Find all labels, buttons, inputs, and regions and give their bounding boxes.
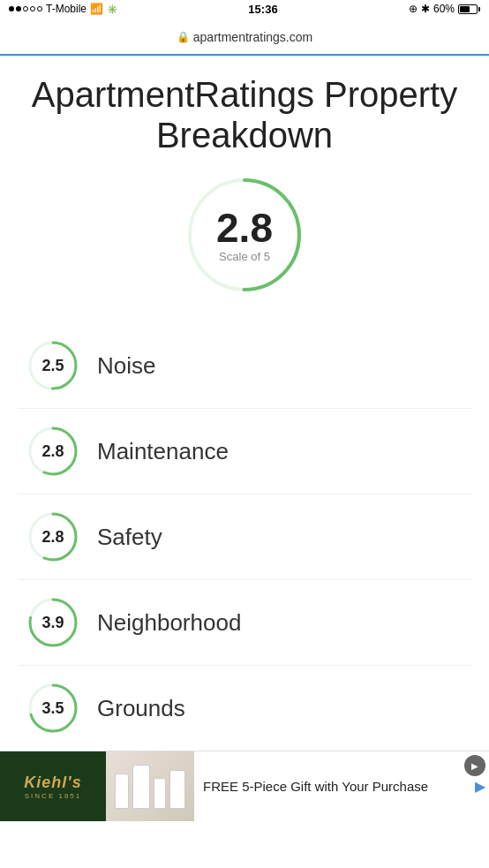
signal-icon: ✳️	[107, 4, 117, 14]
address-bar[interactable]: 🔒 apartmentratings.com	[0, 18, 489, 57]
page-title: ApartmentRatings Property Breakdown	[18, 74, 471, 155]
category-name-safety: Safety	[97, 524, 162, 551]
bluetooth-icon: ✱	[421, 3, 430, 15]
product-bottles	[115, 765, 185, 809]
bottle-4	[169, 770, 185, 809]
ad-brand-section: Kiehl's SINCE 1851	[0, 751, 106, 822]
category-item-noise: 2.5 Noise	[18, 323, 471, 409]
score-value-grounds: 3.5	[41, 699, 64, 718]
overall-score-inner: 2.8 Scale of 5	[216, 208, 273, 263]
overall-score-circle: 2.8 Scale of 5	[183, 173, 306, 297]
overall-score-container: 2.8 Scale of 5	[18, 173, 471, 297]
lock-icon: 🔒	[177, 31, 190, 43]
address-content: 🔒 apartmentratings.com	[177, 30, 312, 44]
main-content: ApartmentRatings Property Breakdown 2.8 …	[0, 57, 489, 751]
page-load-progress	[0, 54, 489, 56]
category-name-noise: Noise	[97, 352, 155, 380]
score-value-neighborhood: 3.9	[41, 614, 64, 632]
status-left: T-Mobile 📶 ✳️	[9, 3, 117, 15]
status-right: ⊕ ✱ 60%	[409, 3, 480, 15]
signal-dot-5	[37, 6, 42, 11]
overall-score-value: 2.8	[216, 208, 273, 248]
url-display: apartmentratings.com	[193, 30, 312, 44]
category-name-neighborhood: Neighborhood	[97, 609, 241, 637]
category-name-maintenance: Maintenance	[97, 438, 229, 465]
ad-headline: FREE 5-Piece Gift with Your Purchase	[203, 779, 428, 794]
ad-text: FREE 5-Piece Gift with Your Purchase	[194, 770, 475, 803]
score-circle-maintenance: 2.8	[26, 425, 79, 478]
score-value-maintenance: 2.8	[41, 442, 64, 461]
score-value-noise: 2.5	[41, 357, 64, 375]
signal-strength	[9, 6, 42, 11]
category-name-grounds: Grounds	[97, 695, 185, 722]
battery-percent: 60%	[433, 3, 455, 15]
score-circle-grounds: 3.5	[26, 682, 79, 735]
kiehl-logo: Kiehl's	[24, 774, 81, 792]
kiehl-since: SINCE 1851	[25, 792, 81, 800]
bottle-3	[154, 778, 166, 809]
location-icon: ⊕	[409, 3, 418, 15]
category-item-neighborhood: 3.9 Neighborhood	[18, 580, 471, 666]
status-bar: T-Mobile 📶 ✳️ 15:36 ⊕ ✱ 60%	[0, 0, 489, 18]
carrier-label: T-Mobile	[46, 3, 87, 15]
signal-dot-2	[16, 6, 21, 11]
category-item-maintenance: 2.8 Maintenance	[18, 409, 471, 494]
wifi-icon: 📶	[90, 3, 103, 15]
overall-score-label: Scale of 5	[216, 250, 273, 263]
bottle-1	[115, 774, 129, 809]
score-circle-noise: 2.5	[26, 339, 79, 392]
ad-arrow-icon[interactable]: ▶	[475, 778, 485, 795]
category-list: 2.5 Noise 2.8 Maintenance 2.8 Safety	[18, 323, 471, 751]
signal-dot-4	[30, 6, 35, 11]
category-item-grounds: 3.5 Grounds	[18, 666, 471, 751]
ad-banner[interactable]: ▶ Kiehl's SINCE 1851 FREE 5-Piece Gift w…	[0, 751, 489, 821]
signal-dot-3	[23, 6, 28, 11]
score-circle-safety: 2.8	[26, 510, 79, 563]
category-item-safety: 2.8 Safety	[18, 494, 471, 580]
ad-product-image	[106, 751, 194, 822]
score-value-safety: 2.8	[41, 528, 64, 547]
battery-icon	[458, 4, 480, 14]
score-circle-neighborhood: 3.9	[26, 596, 79, 649]
bottle-2	[132, 765, 150, 809]
status-time: 15:36	[248, 3, 277, 16]
signal-dot-1	[9, 6, 14, 11]
ad-close-button[interactable]: ▶	[464, 755, 485, 776]
